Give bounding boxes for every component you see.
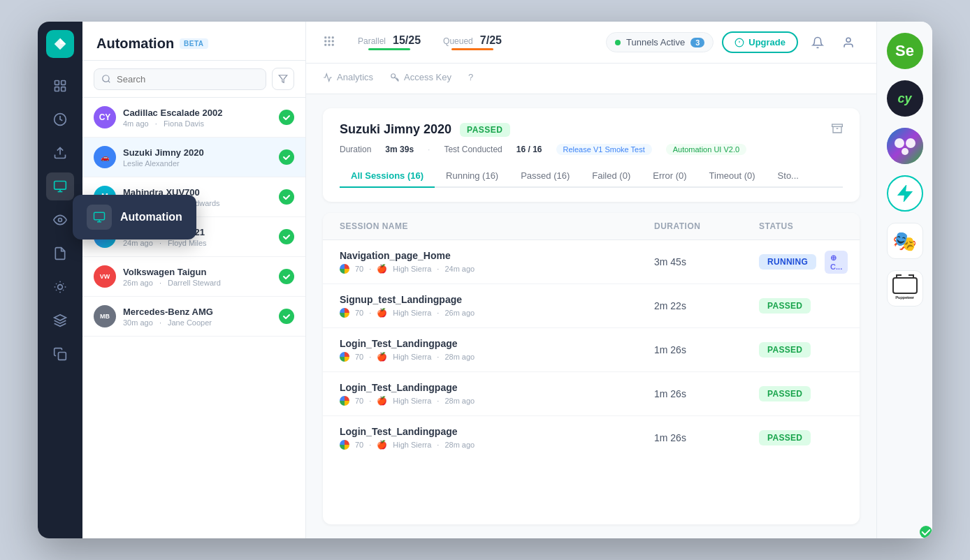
test-name: Mercedes-Benz AMG: [123, 307, 272, 317]
col-status: Status: [759, 221, 843, 231]
archive-button[interactable]: [832, 123, 843, 137]
release-test-tag: Release V1 Smoke Test: [556, 144, 652, 155]
frameworks-panel: Se cy: [876, 22, 932, 538]
session-duration: 2m 22s: [654, 300, 759, 311]
theater-framework-icon[interactable]: 🎭: [887, 223, 923, 259]
session-tabs: All Sessions (16) Running (16) Passed (1…: [340, 165, 843, 188]
col-duration: Duration: [654, 221, 759, 231]
table-row[interactable]: Signup_test_Landingpage 70 · 🍎 High Sier…: [323, 284, 860, 328]
list-item[interactable]: MB Mercedes-Benz AMG 30m ago · Jane Coop…: [82, 297, 305, 337]
playwright-framework-icon[interactable]: [887, 128, 923, 164]
test-info: Suzuki Jimny 2020 Leslie Alexander: [123, 147, 272, 168]
svg-rect-25: [332, 43, 334, 45]
cypress-framework-icon[interactable]: cy: [887, 80, 923, 117]
notification-bell-icon[interactable]: [806, 31, 829, 54]
nav-upload-icon[interactable]: [46, 139, 74, 167]
queued-label: Queued: [443, 36, 473, 46]
svg-rect-21: [328, 40, 331, 42]
test-meta: 4m ago · Fiona Davis: [123, 119, 272, 128]
session-name: Login_Test_Landingpage: [340, 382, 654, 393]
svg-rect-6: [55, 182, 66, 190]
table-row[interactable]: Login_Test_Landingpage 70 · 🍎 High Sierr…: [323, 416, 860, 459]
nav-automation-icon[interactable]: [46, 172, 74, 200]
table-row[interactable]: Login_Test_Landingpage 70 · 🍎 High Sierr…: [323, 372, 860, 416]
session-duration: 1m 26s: [654, 388, 759, 399]
analytics-button[interactable]: Analytics: [323, 64, 373, 94]
nav-history-icon[interactable]: [46, 105, 74, 133]
list-item[interactable]: VW Volkswagen Taigun 26m ago · Darrell S…: [82, 257, 305, 297]
grid-icon[interactable]: [323, 35, 335, 50]
table-row[interactable]: Login_Test_Landingpage 70 · 🍎 High Sierr…: [323, 328, 860, 372]
apple-icon: 🍎: [377, 308, 387, 318]
svg-rect-1: [61, 81, 66, 85]
upgrade-button[interactable]: Upgrade: [722, 31, 798, 53]
svg-marker-11: [55, 315, 66, 320]
svg-marker-36: [899, 186, 911, 200]
session-name: Login_Test_Landingpage: [340, 338, 654, 349]
lightning-framework-icon[interactable]: [887, 175, 923, 212]
apple-icon: 🍎: [377, 264, 387, 274]
session-cell: Login_Test_Landingpage 70 · 🍎 High Sierr…: [340, 382, 654, 406]
parallel-stat: Parallel 15/25: [358, 34, 421, 50]
svg-point-9: [59, 219, 62, 222]
nav-copy-icon[interactable]: [46, 340, 74, 368]
nav-files-icon[interactable]: [46, 240, 74, 267]
apple-icon: 🍎: [377, 352, 387, 362]
test-info: Volkswagen Taigun 26m ago · Darrell Stew…: [123, 267, 272, 287]
duration-value: 3m 39s: [385, 145, 414, 154]
nav-layers-icon[interactable]: [46, 307, 74, 334]
session-meta: 70 · 🍎 High Sierra · 24m ago: [340, 264, 654, 274]
session-table: Session Name Duration Status Navigation_…: [323, 213, 860, 524]
table-header: Session Name Duration Status: [323, 213, 860, 240]
sidebar-header: Automation BETA: [82, 22, 305, 61]
session-actions: PASSED: [759, 386, 843, 401]
search-input[interactable]: [94, 68, 266, 90]
svg-rect-29: [832, 124, 843, 126]
queued-stat: Queued 7/25: [443, 34, 502, 50]
nav-rail: [38, 22, 82, 538]
session-cell: Login_Test_Landingpage 70 · 🍎 High Sierr…: [340, 338, 654, 362]
filter-button[interactable]: [272, 68, 294, 90]
tab-timeout[interactable]: Timeout (0): [698, 165, 767, 188]
table-row[interactable]: Navigation_page_Home 70 · 🍎 High Sierra …: [323, 240, 860, 284]
col-session-name: Session Name: [340, 221, 654, 231]
nav-bug-icon[interactable]: [46, 273, 74, 301]
list-item[interactable]: 🚗 Suzuki Jimny 2020 Leslie Alexander: [82, 138, 305, 177]
test-conducted-value: 16 / 16: [516, 145, 542, 154]
sub-nav: Analytics Access Key ?: [306, 64, 876, 94]
status-passed-icon: [279, 229, 294, 244]
user-icon[interactable]: [837, 31, 860, 54]
list-item[interactable]: CY Cadillac Escalade 2002 4m ago · Fiona…: [82, 98, 305, 138]
test-info: Mercedes-Benz AMG 30m ago · Jane Cooper: [123, 307, 272, 327]
session-meta: 70 · 🍎 High Sierra · 28m ago: [340, 396, 654, 406]
svg-rect-0: [55, 81, 59, 85]
tab-all-sessions[interactable]: All Sessions (16): [340, 165, 435, 188]
status-passed-icon: [279, 110, 294, 125]
tab-passed[interactable]: Passed (16): [509, 165, 581, 188]
svg-rect-19: [332, 36, 334, 38]
tab-failed[interactable]: Failed (0): [581, 165, 642, 188]
help-button[interactable]: ?: [468, 64, 473, 94]
status-badge: RUNNING: [759, 254, 816, 270]
session-cell: Navigation_page_Home 70 · 🍎 High Sierra …: [340, 250, 654, 274]
avatar: VW: [94, 265, 116, 288]
status-badge: PASSED: [759, 342, 811, 358]
queued-progress-bar: [451, 48, 493, 50]
nav-dashboard-icon[interactable]: [46, 72, 74, 100]
app-logo[interactable]: [46, 30, 74, 58]
svg-rect-23: [324, 43, 326, 45]
status-passed-icon: [279, 149, 294, 165]
access-key-button[interactable]: Access Key: [390, 64, 451, 94]
topbar-left: Parallel 15/25 Queued 7/25: [323, 34, 502, 50]
tab-error[interactable]: Error (0): [642, 165, 697, 188]
nav-eye-icon[interactable]: [46, 206, 74, 234]
main-content: Parallel 15/25 Queued 7/25 Tunnels Act: [306, 22, 876, 538]
svg-point-34: [906, 138, 915, 148]
queued-value: 7/25: [480, 34, 502, 47]
puppeteer-framework-icon[interactable]: Puppeteer: [887, 270, 923, 307]
tab-running[interactable]: Running (16): [435, 165, 509, 188]
svg-rect-3: [61, 87, 66, 91]
tab-stopped[interactable]: Sto...: [767, 165, 810, 188]
selenium-framework-icon[interactable]: Se: [887, 33, 923, 69]
test-list: CY Cadillac Escalade 2002 4m ago · Fiona…: [82, 98, 305, 538]
